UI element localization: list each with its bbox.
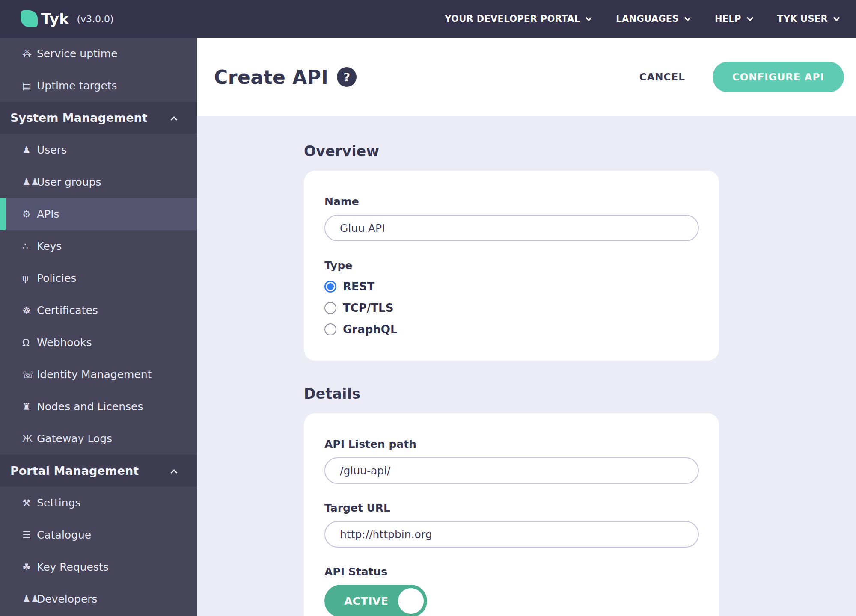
bank-icon: ♜ xyxy=(22,401,37,412)
tyk-logo[interactable]: Tyk (v3.0.0) xyxy=(21,10,114,27)
navbar-menu: YOUR DEVELOPER PORTAL LANGUAGES HELP TYK… xyxy=(445,14,839,24)
chevron-down-icon xyxy=(684,14,691,21)
sidebar-section-label: Portal Management xyxy=(10,464,139,477)
version-label: (v3.0.0) xyxy=(77,14,113,24)
sidebar-section-label: System Management xyxy=(10,111,148,124)
target-url-input[interactable] xyxy=(324,521,699,548)
user-group-icon: ♟♟ xyxy=(22,177,37,187)
tyk-dashboard: Tyk (v3.0.0) YOUR DEVELOPER PORTAL LANGU… xyxy=(0,0,856,616)
nav-item-label: HELP xyxy=(715,14,741,24)
bug-icon: Ж xyxy=(22,433,37,444)
sidebar-item-label: User groups xyxy=(37,176,101,188)
user-icon: ♟ xyxy=(22,145,37,155)
sidebar-item-label: Users xyxy=(37,144,67,156)
page-title: Create API xyxy=(214,66,328,88)
wrench-icon: ⚒ xyxy=(22,498,37,508)
top-navbar: Tyk (v3.0.0) YOUR DEVELOPER PORTAL LANGU… xyxy=(0,0,856,38)
target-url-label: Target URL xyxy=(324,502,698,514)
cancel-button[interactable]: CANCEL xyxy=(639,71,685,83)
sidebar-item-users[interactable]: ♟ Users xyxy=(0,134,197,166)
sidebar-item-keys[interactable]: ∴ Keys xyxy=(0,230,197,262)
sidebar-item-label: Identity Management xyxy=(37,368,152,381)
page-body: Overview Name Type REST TCP/TLS GraphQL xyxy=(197,116,856,616)
toggle-status-label: ACTIVE xyxy=(344,595,388,607)
toggle-knob xyxy=(398,588,424,614)
radio-option-label: REST xyxy=(343,280,374,293)
sitemap-icon: ∴ xyxy=(22,241,37,252)
sidebar-item-developers[interactable]: ♟♟ Developers xyxy=(0,583,197,615)
phone-icon: ☏ xyxy=(22,369,37,380)
listen-path-input[interactable] xyxy=(324,457,699,484)
service-uptime-icon: ⁂ xyxy=(22,48,37,59)
radio-option-rest[interactable]: REST xyxy=(324,280,698,293)
bell-icon: Ω xyxy=(22,337,37,348)
server-list-icon: ☰ xyxy=(22,530,37,540)
sidebar-item-label: Gateway Logs xyxy=(37,432,112,445)
api-status-toggle[interactable]: ACTIVE xyxy=(324,585,427,616)
sidebar-item-label: Keys xyxy=(37,240,62,252)
radio-option-label: TCP/TLS xyxy=(343,302,393,314)
chevron-up-icon xyxy=(171,469,178,476)
logo-text: Tyk xyxy=(41,10,69,27)
radio-option-tcp-tls[interactable]: TCP/TLS xyxy=(324,302,698,314)
radio-option-label: GraphQL xyxy=(343,323,398,336)
name-label: Name xyxy=(324,195,698,208)
radio-unselected-icon xyxy=(324,323,336,335)
chevron-down-icon xyxy=(833,14,840,21)
sidebar-item-label: Policies xyxy=(37,272,76,284)
configure-api-button[interactable]: CONFIGURE API xyxy=(713,62,844,92)
sidebar-item-label: Settings xyxy=(37,497,81,509)
nav-languages[interactable]: LANGUAGES xyxy=(616,14,690,24)
nav-item-label: YOUR DEVELOPER PORTAL xyxy=(445,14,580,24)
sidebar: ⁂ Service uptime ▤ Uptime targets System… xyxy=(0,38,197,616)
help-icon[interactable]: ? xyxy=(337,67,357,87)
sidebar-item-nodes-and-licenses[interactable]: ♜ Nodes and Licenses xyxy=(0,391,197,423)
sidebar-item-label: Catalogue xyxy=(37,529,91,541)
overview-card: Name Type REST TCP/TLS GraphQL xyxy=(304,171,719,361)
sidebar-item-label: APIs xyxy=(37,208,59,220)
nav-developer-portal[interactable]: YOUR DEVELOPER PORTAL xyxy=(445,14,591,24)
chevron-down-icon xyxy=(586,14,592,21)
sidebar-item-label: Webhooks xyxy=(37,336,92,349)
sidebar-item-policies[interactable]: ψ Policies xyxy=(0,262,197,294)
nav-tyk-user[interactable]: TYK USER xyxy=(777,14,839,24)
people-icon: ♟♟ xyxy=(22,594,37,604)
api-status-label: API Status xyxy=(324,566,698,578)
radio-selected-icon xyxy=(324,281,336,293)
details-heading: Details xyxy=(304,385,856,402)
sidebar-section-system-management[interactable]: System Management xyxy=(0,102,197,134)
sidebar-item-apis[interactable]: ⚙ APIs xyxy=(0,198,197,230)
sidebar-item-uptime-targets[interactable]: ▤ Uptime targets xyxy=(0,70,197,102)
chevron-up-icon xyxy=(171,116,178,123)
paw-icon: ☘ xyxy=(22,562,37,572)
sidebar-item-gateway-logs[interactable]: Ж Gateway Logs xyxy=(0,423,197,455)
radio-unselected-icon xyxy=(324,302,336,314)
listen-path-label: API Listen path xyxy=(324,438,698,450)
nav-help[interactable]: HELP xyxy=(715,14,752,24)
sidebar-section-portal-management[interactable]: Portal Management xyxy=(0,455,197,487)
sidebar-item-label: Developers xyxy=(37,593,98,605)
sidebar-item-webhooks[interactable]: Ω Webhooks xyxy=(0,326,197,358)
sidebar-item-label: Service uptime xyxy=(37,47,118,60)
main-content: Create API ? CANCEL CONFIGURE API Overvi… xyxy=(197,38,856,616)
sidebar-item-service-uptime[interactable]: ⁂ Service uptime xyxy=(0,38,197,70)
radio-option-graphql[interactable]: GraphQL xyxy=(324,323,698,336)
sidebar-item-certificates[interactable]: ☸ Certificates xyxy=(0,294,197,326)
overview-heading: Overview xyxy=(304,143,856,160)
api-name-input[interactable] xyxy=(324,215,699,241)
sidebar-item-label: Key Requests xyxy=(37,561,109,573)
sidebar-item-label: Certificates xyxy=(37,304,98,317)
sidebar-item-user-groups[interactable]: ♟♟ User groups xyxy=(0,166,197,198)
sidebar-item-catalogue[interactable]: ☰ Catalogue xyxy=(0,519,197,551)
type-label: Type xyxy=(324,259,698,272)
nav-item-label: LANGUAGES xyxy=(616,14,679,24)
sidebar-item-label: Nodes and Licenses xyxy=(37,400,143,413)
uptime-targets-icon: ▤ xyxy=(22,80,37,91)
sidebar-item-key-requests[interactable]: ☘ Key Requests xyxy=(0,551,197,583)
sidebar-item-settings[interactable]: ⚒ Settings xyxy=(0,487,197,519)
details-card: API Listen path Target URL API Status AC… xyxy=(304,413,719,616)
sidebar-item-identity-management[interactable]: ☏ Identity Management xyxy=(0,358,197,391)
plug-icon: ψ xyxy=(22,273,37,284)
chevron-down-icon xyxy=(747,14,754,21)
sidebar-item-label: Uptime targets xyxy=(37,80,117,92)
